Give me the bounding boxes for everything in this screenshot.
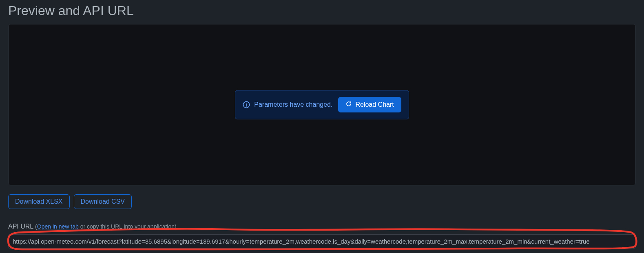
open-in-new-tab-link[interactable]: Open in new tab [37, 223, 79, 230]
api-url-hint-suffix: or copy this URL into your application) [79, 223, 177, 230]
api-url-hint: (Open in new tab or copy this URL into y… [35, 223, 177, 230]
reload-button-label: Reload Chart [355, 101, 394, 108]
api-url-field-wrapper [8, 234, 636, 249]
download-buttons-row: Download XLSX Download CSV [8, 194, 636, 209]
parameters-changed-alert: Parameters have changed. Reload Chart [235, 90, 409, 119]
reload-icon [345, 101, 352, 109]
download-xlsx-button[interactable]: Download XLSX [8, 194, 70, 209]
alert-message-text: Parameters have changed. [254, 101, 332, 108]
svg-point-2 [246, 103, 247, 103]
page-title: Preview and API URL [8, 0, 636, 24]
api-url-label-row: API URL (Open in new tab or copy this UR… [8, 223, 636, 230]
alert-message: Parameters have changed. [243, 101, 332, 108]
reload-chart-button[interactable]: Reload Chart [338, 97, 401, 112]
chart-preview-area: Parameters have changed. Reload Chart [8, 24, 636, 185]
api-url-label: API URL [8, 223, 33, 230]
api-url-input[interactable] [8, 234, 636, 249]
download-csv-button[interactable]: Download CSV [74, 194, 132, 209]
info-icon [243, 101, 250, 108]
